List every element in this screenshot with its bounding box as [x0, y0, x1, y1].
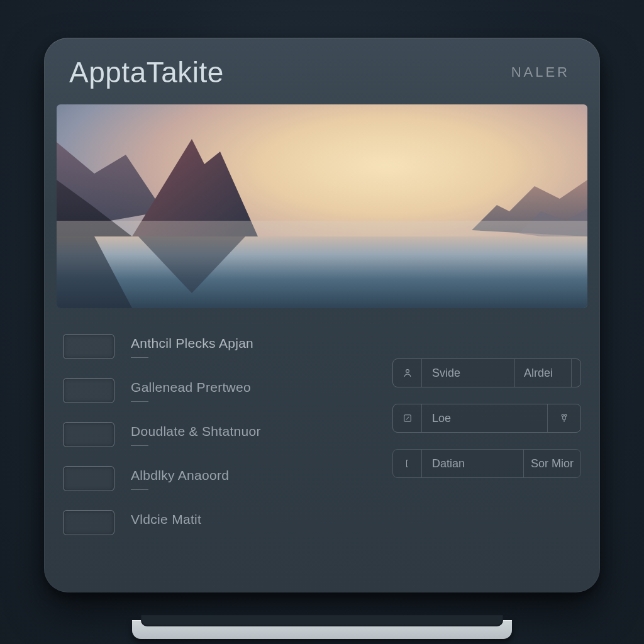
header-right-label: NALER — [511, 64, 570, 80]
control-primary[interactable]: Svide — [422, 359, 515, 387]
edit-icon[interactable] — [393, 404, 422, 432]
thumbnail-placeholder — [63, 378, 114, 403]
control-row: Loe — [392, 404, 581, 433]
list-item[interactable]: Gallenead Prertweo — [63, 369, 377, 413]
app-window: ApptaTakite NALER — [44, 38, 600, 592]
list-item-label: Anthcil Plecks Apjan — [131, 336, 253, 351]
bracket-icon[interactable] — [393, 450, 422, 477]
divider — [131, 445, 148, 446]
thumbnail-placeholder — [63, 334, 114, 359]
divider — [131, 401, 148, 402]
divider — [131, 489, 148, 490]
control-row: Datian Sor Mior — [392, 449, 581, 478]
dock-slot — [141, 615, 503, 626]
thumbnail-placeholder — [63, 510, 114, 535]
divider — [131, 357, 148, 358]
tool-icon[interactable] — [548, 404, 580, 432]
app-title: ApptaTakite — [69, 55, 224, 89]
spacer-cell — [572, 359, 580, 387]
control-secondary[interactable]: Alrdei — [515, 359, 572, 387]
control-secondary[interactable]: Sor Mior — [524, 450, 580, 477]
item-list: Anthcil Plecks Apjan Gallenead Prertweo … — [63, 325, 377, 545]
list-item-label: Albdlky Anaoord — [131, 468, 229, 483]
list-item-label: Gallenead Prertweo — [131, 380, 251, 395]
thumbnail-placeholder — [63, 422, 114, 447]
controls-panel: Svide Alrdei Loe Datian Sor Mior — [392, 325, 581, 545]
svg-point-5 — [562, 414, 564, 416]
header: ApptaTakite NALER — [44, 38, 600, 104]
dock — [132, 615, 512, 641]
svg-rect-2 — [57, 236, 587, 308]
thumbnail-placeholder — [63, 466, 114, 491]
control-primary[interactable]: Datian — [422, 450, 524, 477]
list-item-label: Doudlate & Shtatnuor — [131, 424, 261, 439]
svg-point-6 — [565, 414, 567, 416]
svg-point-3 — [406, 370, 409, 373]
list-item[interactable]: Albdlky Anaoord — [63, 457, 377, 501]
control-row: Svide Alrdei — [392, 358, 581, 387]
list-item[interactable]: Doudlate & Shtatnuor — [63, 413, 377, 457]
control-primary[interactable]: Loe — [422, 404, 548, 432]
list-item[interactable]: Vldcie Matit — [63, 501, 377, 545]
list-item[interactable]: Anthcil Plecks Apjan — [63, 325, 377, 369]
person-icon[interactable] — [393, 359, 422, 387]
list-item-label: Vldcie Matit — [131, 512, 201, 527]
hero-image — [57, 104, 587, 308]
content-area: Anthcil Plecks Apjan Gallenead Prertweo … — [44, 308, 600, 545]
